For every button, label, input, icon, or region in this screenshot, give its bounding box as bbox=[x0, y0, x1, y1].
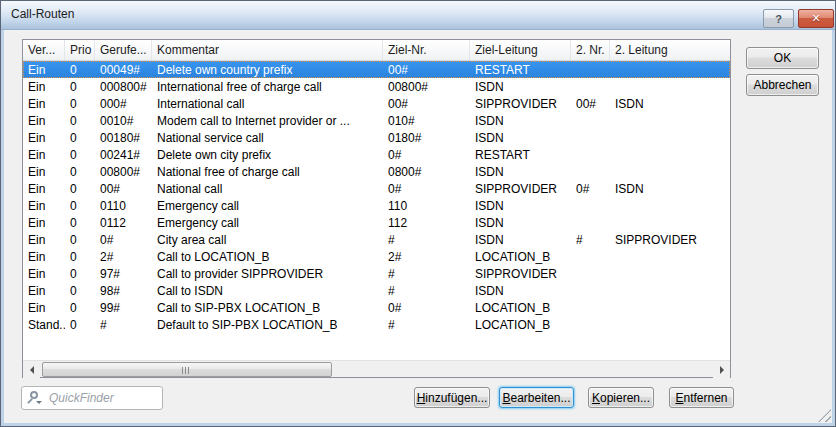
cell-dest-line: ISDN bbox=[470, 163, 571, 180]
cell-dest-nr: 0# bbox=[383, 146, 470, 163]
cell-2nd-line bbox=[610, 112, 730, 129]
quickfinder-input[interactable] bbox=[45, 391, 145, 405]
cell-dest-nr: # bbox=[383, 316, 470, 333]
column-header-2nd-line[interactable]: 2. Leitung bbox=[610, 40, 730, 60]
remove-button[interactable]: Entfernen bbox=[669, 387, 734, 408]
cell-2nd-line bbox=[610, 299, 730, 316]
column-header-ver[interactable]: Ver... bbox=[23, 40, 65, 60]
cell-2nd-line bbox=[610, 197, 730, 214]
cell-prio: 0 bbox=[65, 95, 95, 112]
cell-comment: City area call bbox=[152, 231, 383, 248]
table-row[interactable]: Ein 0 000# International call 00# SIPPRO… bbox=[23, 95, 730, 112]
cell-2nd-line bbox=[610, 163, 730, 180]
cell-called: 00180# bbox=[95, 129, 152, 146]
cell-dest-line: ISDN bbox=[470, 78, 571, 95]
column-header-dest-nr[interactable]: Ziel-Nr. bbox=[383, 40, 470, 60]
cell-prio: 0 bbox=[65, 282, 95, 299]
route-list-body: Ein 0 00049# Delete own country prefix 0… bbox=[23, 61, 730, 333]
cell-2nd-nr bbox=[571, 248, 610, 265]
close-button[interactable]: ✕ bbox=[798, 9, 834, 28]
cell-2nd-nr bbox=[571, 146, 610, 163]
cell-comment: Call to provider SIPPROVIDER bbox=[152, 265, 383, 282]
table-row[interactable]: Ein 0 2# Call to LOCATION_B 2# LOCATION_… bbox=[23, 248, 730, 265]
titlebar[interactable]: Call-Routen ? ✕ bbox=[1, 1, 835, 30]
search-icon[interactable] bbox=[27, 390, 45, 406]
cell-2nd-nr bbox=[571, 197, 610, 214]
table-row[interactable]: Ein 0 0# City area call # ISDN # SIPPROV… bbox=[23, 231, 730, 248]
scroll-left-button[interactable] bbox=[23, 361, 40, 378]
cell-2nd-nr: 00# bbox=[571, 95, 610, 112]
horizontal-scrollbar[interactable] bbox=[23, 360, 730, 377]
cell-dest-line: SIPPROVIDER bbox=[470, 95, 571, 112]
cell-2nd-line bbox=[610, 214, 730, 231]
cell-ver: Ein bbox=[23, 197, 65, 214]
cell-prio: 0 bbox=[65, 248, 95, 265]
table-row[interactable]: Ein 0 98# Call to ISDN # ISDN bbox=[23, 282, 730, 299]
cell-dest-nr: 010# bbox=[383, 112, 470, 129]
table-row[interactable]: Stand... 0 # Default to SIP-PBX LOCATION… bbox=[23, 316, 730, 333]
cell-dest-line: SIPPROVIDER bbox=[470, 180, 571, 197]
cell-dest-nr: 0180# bbox=[383, 129, 470, 146]
copy-button[interactable]: Kopieren... bbox=[588, 387, 654, 408]
scrollbar-thumb[interactable] bbox=[42, 362, 332, 377]
scroll-right-button[interactable] bbox=[713, 361, 730, 378]
cell-prio: 0 bbox=[65, 265, 95, 282]
route-list: Ver... Prio Gerufe... Kommentar Ziel-Nr.… bbox=[22, 39, 731, 378]
cell-prio: 0 bbox=[65, 112, 95, 129]
cell-2nd-nr bbox=[571, 265, 610, 282]
table-row[interactable]: Ein 0 00# National call 0# SIPPROVIDER 0… bbox=[23, 180, 730, 197]
table-row[interactable]: Ein 0 97# Call to provider SIPPROVIDER #… bbox=[23, 265, 730, 282]
ok-button[interactable]: OK bbox=[746, 47, 819, 69]
cell-dest-nr: 2# bbox=[383, 248, 470, 265]
cell-called: 00# bbox=[95, 180, 152, 197]
table-row[interactable]: Ein 0 00241# Delete own city prefix 0# R… bbox=[23, 146, 730, 163]
cell-ver: Stand... bbox=[23, 316, 65, 333]
cell-2nd-nr bbox=[571, 299, 610, 316]
chevron-down-icon bbox=[36, 401, 42, 407]
cell-ver: Ein bbox=[23, 112, 65, 129]
table-row[interactable]: Ein 0 0112 Emergency call 112 ISDN bbox=[23, 214, 730, 231]
table-row[interactable]: Ein 0 00800# National free of charge cal… bbox=[23, 163, 730, 180]
cell-prio: 0 bbox=[65, 214, 95, 231]
close-icon: ✕ bbox=[811, 12, 820, 25]
column-header-called[interactable]: Gerufe... bbox=[95, 40, 152, 60]
column-header-2nd-nr[interactable]: 2. Nr. bbox=[571, 40, 610, 60]
table-row[interactable]: Ein 0 00049# Delete own country prefix 0… bbox=[23, 61, 730, 78]
table-row[interactable]: Ein 0 0110 Emergency call 110 ISDN bbox=[23, 197, 730, 214]
cell-ver: Ein bbox=[23, 299, 65, 316]
cell-comment: National free of charge call bbox=[152, 163, 383, 180]
cell-ver: Ein bbox=[23, 248, 65, 265]
column-header-dest-line[interactable]: Ziel-Leitung bbox=[470, 40, 571, 60]
table-row[interactable]: Ein 0 00180# National service call 0180#… bbox=[23, 129, 730, 146]
cell-dest-nr: 112 bbox=[383, 214, 470, 231]
edit-button[interactable]: Bearbeiten... bbox=[499, 387, 574, 408]
cell-2nd-nr bbox=[571, 163, 610, 180]
cell-2nd-nr bbox=[571, 282, 610, 299]
table-row[interactable]: Ein 0 99# Call to SIP-PBX LOCATION_B 0# … bbox=[23, 299, 730, 316]
cell-dest-nr: 00# bbox=[383, 61, 470, 78]
cell-dest-line: RESTART bbox=[470, 146, 571, 163]
cell-2nd-line bbox=[610, 265, 730, 282]
quickfinder-box bbox=[21, 386, 163, 410]
cell-prio: 0 bbox=[65, 299, 95, 316]
table-row[interactable]: Ein 0 000800# International free of char… bbox=[23, 78, 730, 95]
column-header-prio[interactable]: Prio bbox=[65, 40, 95, 60]
cancel-button[interactable]: Abbrechen bbox=[746, 74, 819, 96]
cell-comment: International free of charge call bbox=[152, 78, 383, 95]
cell-called: 99# bbox=[95, 299, 152, 316]
cell-prio: 0 bbox=[65, 78, 95, 95]
cell-comment: Default to SIP-PBX LOCATION_B bbox=[152, 316, 383, 333]
table-row[interactable]: Ein 0 0010# Modem call to Internet provi… bbox=[23, 112, 730, 129]
cell-2nd-nr bbox=[571, 112, 610, 129]
cell-2nd-line bbox=[610, 316, 730, 333]
cell-2nd-line bbox=[610, 61, 730, 78]
help-button[interactable]: ? bbox=[763, 9, 794, 28]
add-button[interactable]: Hinzufügen... bbox=[414, 387, 490, 408]
cell-comment: Call to LOCATION_B bbox=[152, 248, 383, 265]
cell-2nd-line: ISDN bbox=[610, 180, 730, 197]
cell-2nd-line: SIPPROVIDER bbox=[610, 231, 730, 248]
column-header-comment[interactable]: Kommentar bbox=[152, 40, 383, 60]
cell-ver: Ein bbox=[23, 180, 65, 197]
cell-ver: Ein bbox=[23, 61, 65, 78]
cell-ver: Ein bbox=[23, 163, 65, 180]
